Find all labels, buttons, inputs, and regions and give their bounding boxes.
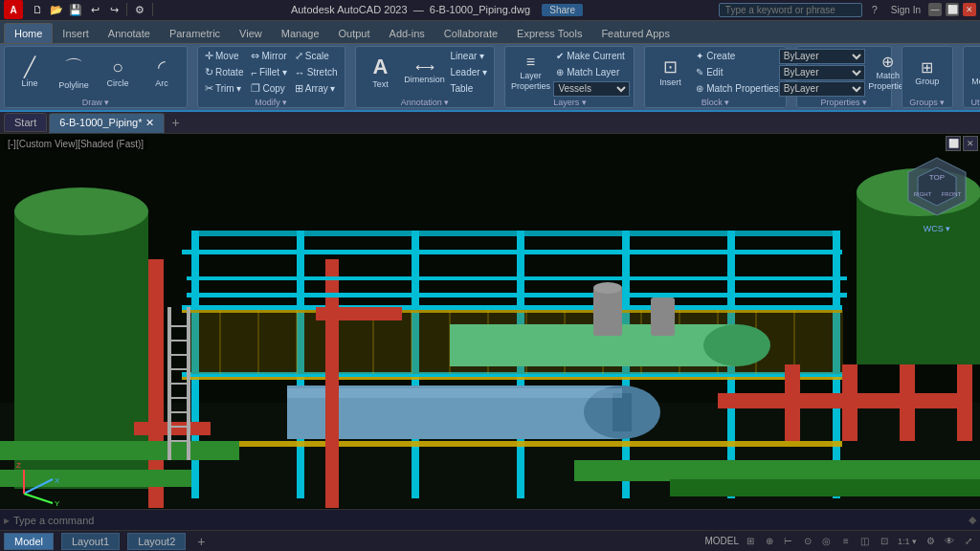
dimension-button[interactable]: ⟷ Dimension — [404, 49, 446, 97]
save-button[interactable]: 💾 — [67, 1, 84, 18]
search-input[interactable] — [719, 3, 862, 17]
properties-group-label: Properties ▾ — [821, 97, 868, 107]
array-button[interactable]: ⊞ Array ▾ — [292, 81, 341, 97]
layout1-tab[interactable]: Layout1 — [61, 533, 120, 550]
tab-output[interactable]: Output — [329, 24, 380, 43]
match-properties-button[interactable]: ⊛ Match Properties — [693, 81, 781, 97]
annotation-scale[interactable]: 1:1 ▾ — [896, 534, 919, 549]
ribbon-group-block: ⊡ Insert ✦ Create ✎ Edit ⊛ Match Propert… — [644, 46, 786, 108]
groups-buttons: ⊞ Group — [906, 49, 948, 97]
rotate-button[interactable]: ↻ Rotate — [202, 65, 246, 80]
svg-rect-75 — [651, 298, 675, 336]
viewport-restore-button[interactable]: ⬜ — [946, 136, 961, 151]
group-icon: ⊞ — [921, 58, 933, 77]
tab-drawing[interactable]: 6-B-1000_Piping* ✕ — [49, 113, 164, 133]
fillet-button[interactable]: ⌐ Fillet ▾ — [248, 65, 289, 80]
add-tab-button[interactable]: + — [167, 113, 186, 132]
svg-text:Z: Z — [16, 461, 21, 470]
undo-button[interactable]: ↩ — [86, 1, 103, 18]
svg-point-46 — [703, 324, 770, 366]
polyline-button[interactable]: ⌒ Polyline — [53, 49, 95, 97]
isolate-objects[interactable]: 👁 — [942, 534, 957, 549]
circle-button[interactable]: ○ Circle — [97, 49, 139, 97]
layer-properties-button[interactable]: ≡ LayerProperties — [509, 49, 551, 97]
trim-button[interactable]: ✂ Trim ▾ — [202, 81, 246, 97]
measure-button[interactable]: 📏 Measure — [968, 49, 980, 97]
autocad-logo[interactable]: A — [4, 0, 23, 19]
viewport-close-button[interactable]: ✕ — [963, 136, 978, 151]
layout2-tab[interactable]: Layout2 — [127, 533, 186, 550]
grid-toggle[interactable]: ⊞ — [743, 534, 758, 549]
block-group-label: Block ▾ — [702, 97, 730, 107]
help-button[interactable]: ? — [866, 1, 883, 18]
open-button[interactable]: 📂 — [48, 1, 65, 18]
workspace-select[interactable]: ⚙ — [923, 534, 938, 549]
model-tab[interactable]: Model — [4, 533, 54, 550]
scale-button[interactable]: ⤢ Scale — [292, 49, 341, 64]
lineweight-toggle[interactable]: ≡ — [838, 534, 854, 549]
block-buttons: ⊡ Insert ✦ Create ✎ Edit ⊛ Match Propert… — [649, 49, 781, 97]
tab-addins[interactable]: Add-ins — [380, 24, 434, 43]
qat-separator2 — [152, 3, 153, 16]
tab-expresstools[interactable]: Express Tools — [507, 24, 591, 43]
svg-rect-54 — [900, 364, 915, 441]
minimize-button[interactable]: — — [928, 3, 942, 16]
redo-button[interactable]: ↪ — [105, 1, 122, 18]
rotate-icon: ↻ — [205, 66, 213, 78]
make-current-button[interactable]: ✔ Make Current — [553, 49, 630, 64]
workspace-button[interactable]: ⚙ — [131, 1, 148, 18]
share-button[interactable]: Share — [542, 4, 583, 16]
lineweight-dropdown[interactable]: ByLayer — [779, 81, 865, 97]
tab-featuredapps[interactable]: Featured Apps — [591, 24, 679, 43]
tab-collaborate[interactable]: Collaborate — [434, 24, 507, 43]
tab-parametric[interactable]: Parametric — [160, 24, 230, 43]
modify-col2: ⇔ Mirror ⌐ Fillet ▾ ❐ Copy — [248, 49, 289, 97]
signin-button[interactable]: Sign In — [887, 1, 924, 18]
tab-insert[interactable]: Insert — [53, 24, 99, 43]
line-button[interactable]: ╱ Line — [9, 49, 51, 97]
text-icon: A — [373, 55, 389, 79]
ortho-toggle[interactable]: ⊢ — [781, 534, 796, 549]
tab-start[interactable]: Start — [4, 113, 47, 132]
block-col: ✦ Create ✎ Edit ⊛ Match Properties — [693, 49, 781, 97]
close-button[interactable]: ✕ — [963, 3, 976, 16]
leader-button[interactable]: Leader ▾ — [448, 65, 491, 80]
text-button[interactable]: A Text — [360, 49, 402, 97]
nav-cube[interactable]: TOP FRONT RIGHT WCS ▾ — [903, 153, 970, 220]
group-button[interactable]: ⊞ Group — [906, 49, 948, 97]
add-layout-button[interactable]: + — [193, 534, 209, 549]
maximize-button[interactable]: ⬜ — [946, 3, 959, 16]
vessels-dropdown[interactable]: Vessels — [553, 81, 630, 97]
copy-button[interactable]: ❐ Copy — [248, 81, 289, 97]
command-input[interactable] — [13, 515, 965, 526]
app-root: A 🗋 📂 💾 ↩ ↪ ⚙ Autodesk AutoCAD 2023 — 6-… — [0, 0, 980, 551]
fullscreen-toggle[interactable]: ⤢ — [961, 534, 976, 549]
mirror-icon: ⇔ — [251, 50, 259, 62]
stretch-button[interactable]: ↔ Stretch — [292, 65, 341, 80]
move-button[interactable]: ✛ Move — [202, 49, 246, 64]
snap-toggle[interactable]: ⊕ — [762, 534, 777, 549]
selection-toggle[interactable]: ⊡ — [877, 534, 892, 549]
3d-scene[interactable]: X Y Z [-][Custom View][Shaded (Fast)] ⬜ … — [0, 134, 980, 509]
linetype-dropdown[interactable]: ByLayer — [779, 65, 865, 80]
tab-manage[interactable]: Manage — [272, 24, 329, 43]
color-dropdown[interactable]: ByLayer — [779, 49, 865, 64]
edit-button[interactable]: ✎ Edit — [693, 65, 781, 80]
match-layer-button[interactable]: ⊕ Match Layer — [553, 65, 630, 80]
tab-annotate[interactable]: Annotate — [99, 24, 160, 43]
tab-view[interactable]: View — [230, 24, 272, 43]
table-button[interactable]: Table — [448, 81, 491, 97]
new-button[interactable]: 🗋 — [29, 1, 46, 18]
mirror-button[interactable]: ⇔ Mirror — [248, 49, 289, 64]
tab-home[interactable]: Home — [4, 23, 53, 43]
svg-rect-52 — [785, 364, 800, 441]
polar-toggle[interactable]: ⊙ — [800, 534, 815, 549]
linear-button[interactable]: Linear ▾ — [448, 49, 491, 64]
insert-button[interactable]: ⊡ Insert — [649, 49, 691, 97]
create-button[interactable]: ✦ Create — [693, 49, 781, 64]
properties-content: ByLayer ByLayer ByLayer ⊕ MatchPropertie… — [779, 49, 909, 97]
osnap-toggle[interactable]: ◎ — [819, 534, 835, 549]
ribbon-tabs: Home Insert Annotate Parametric View Man… — [0, 21, 980, 44]
arc-button[interactable]: ◜ Arc — [141, 49, 183, 97]
transparency-toggle[interactable]: ◫ — [858, 534, 873, 549]
